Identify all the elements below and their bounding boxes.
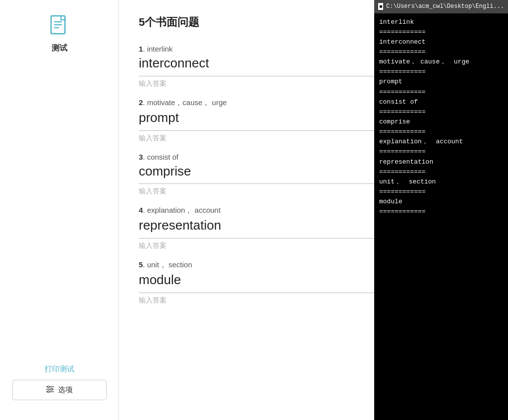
answer-divider-5 <box>139 293 401 293</box>
question-hint-4: . explanation， account <box>143 206 221 214</box>
svg-point-6 <box>48 391 50 393</box>
question-hint-5: . unit， section <box>143 260 192 269</box>
answer-divider-2 <box>139 130 401 131</box>
terminal-title: C:\Users\acm_cwl\Desktop\Engli... <box>386 2 504 11</box>
question-hint-3: . consist of <box>143 153 178 161</box>
terminal-icon: ■ <box>378 3 383 10</box>
options-icon <box>46 386 54 394</box>
answer-divider-4 <box>139 238 401 239</box>
sidebar-label: 测试 <box>52 43 67 54</box>
question-hint-2: . motivate，cause， urge <box>143 98 226 107</box>
svg-point-4 <box>48 386 50 388</box>
options-button[interactable]: 选项 <box>12 380 107 400</box>
main-content: 5个书面问题 1. interlink interconnect 输入答案 2.… <box>119 0 508 420</box>
terminal-content: interlink ============ interconnect ====… <box>379 17 503 217</box>
sidebar-icon-area: 测试 <box>50 15 69 54</box>
sidebar-bottom: 打印测试 选项 <box>0 364 118 400</box>
print-button[interactable]: 打印测试 <box>45 364 74 374</box>
terminal-titlebar: ■ C:\Users\acm_cwl\Desktop\Engli... <box>374 0 508 13</box>
answer-divider-1 <box>139 76 401 76</box>
svg-point-5 <box>51 388 53 390</box>
sidebar: 测试 打印测试 选项 <box>0 0 119 420</box>
terminal-overlay: ■ C:\Users\acm_cwl\Desktop\Engli... inte… <box>374 0 508 420</box>
question-hint-1: . interlink <box>143 45 172 53</box>
options-label: 选项 <box>58 385 73 395</box>
doc-icon <box>50 15 69 40</box>
answer-divider-3 <box>139 183 401 184</box>
